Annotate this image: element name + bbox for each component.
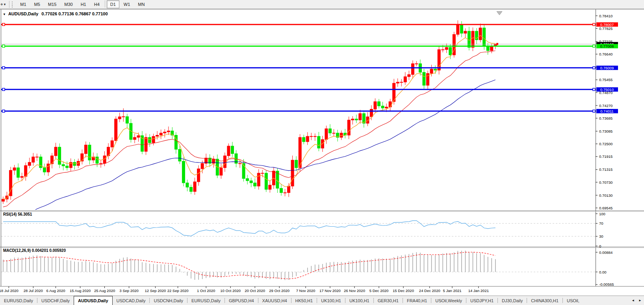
candle-body	[100, 163, 102, 164]
date-label: 5 Dec 2020	[369, 288, 389, 293]
tab-fra40-h1[interactable]: FRA40,H1	[403, 296, 431, 305]
candle-body	[404, 77, 406, 82]
candle-body	[381, 106, 384, 108]
tab-audusd-daily[interactable]: AUDUSD,Daily	[74, 296, 112, 305]
candle-body	[280, 188, 282, 192]
date-label: 15 Aug 2020	[70, 288, 91, 293]
candle-body	[269, 185, 271, 189]
candle-body	[310, 136, 313, 137]
candle-body	[389, 102, 392, 107]
candle-body	[449, 47, 452, 55]
chart-window-bg	[0, 9, 644, 296]
candle-body	[167, 131, 170, 132]
candle-body	[51, 156, 54, 164]
candle-body	[47, 164, 50, 172]
tab-hk50-h1[interactable]: HK50,H1	[291, 296, 317, 305]
hline-handle[interactable]	[2, 67, 5, 69]
candle-body	[160, 133, 162, 135]
price-tick-label: 0.75455	[599, 78, 612, 82]
candle-body	[223, 156, 226, 168]
candle-body	[254, 183, 256, 186]
hline-price-tag-text: 0.74011	[600, 109, 614, 113]
price-tick-label: 0.71315	[599, 167, 612, 172]
rsi-tick-label: 30	[599, 234, 603, 238]
hline-handle[interactable]	[2, 110, 5, 112]
trading-terminal-window: ⌖ ▾ M1M5M15M30H1H4D1W1MN 0.784100.778250…	[0, 0, 644, 305]
candle-body	[201, 163, 204, 169]
candle-body	[193, 182, 196, 192]
price-tick-label: 0.78410	[599, 14, 612, 18]
candle-body	[442, 50, 444, 50]
candle-body	[152, 136, 155, 143]
candle-body	[464, 31, 467, 33]
hline-handle[interactable]	[593, 67, 595, 69]
hline-handle[interactable]	[2, 45, 5, 47]
hline-handle[interactable]	[593, 88, 595, 91]
symbol-period-label: AUDUSD,Daily	[8, 11, 38, 16]
candle-body	[35, 157, 38, 157]
candle-body	[111, 140, 113, 147]
tab-usdcad-daily[interactable]: USDCAD,Daily	[113, 296, 150, 305]
candle-body	[54, 147, 57, 156]
tab-uk100-h1[interactable]: UK100,H1	[345, 296, 373, 305]
price-tick-label: 0.74270	[599, 104, 612, 108]
candle-body	[411, 64, 414, 75]
candle-body	[43, 168, 46, 172]
tab-scroll-right-icon[interactable]: ►	[638, 299, 642, 302]
candle-body	[385, 107, 388, 108]
tab-usoil-weekly[interactable]: USOil,Weekly	[431, 296, 466, 305]
candle-body	[88, 145, 91, 160]
candle-body	[468, 31, 470, 47]
tab-eurusd-daily[interactable]: EURUSD,Daily	[187, 296, 225, 305]
tab-ger30-h1[interactable]: GER30,H1	[374, 296, 403, 305]
candle-body	[434, 69, 437, 70]
candle-body	[62, 165, 65, 166]
tab-scroll-left-icon[interactable]: ◄	[631, 299, 635, 302]
hline-handle[interactable]	[593, 23, 595, 26]
candle-body	[288, 186, 290, 193]
tab-gbpusd-h4[interactable]: GBPUSD,H4	[225, 296, 258, 305]
date-label: 24 Dec 2020	[419, 288, 440, 293]
candle-body	[133, 137, 136, 140]
chart-title: ▼AUDUSD,Daily0.77026 0.77136 0.76867 0.7…	[3, 11, 108, 16]
candle-body	[156, 135, 159, 137]
price-tick-label: 0.73685	[599, 116, 612, 120]
candle-body	[303, 137, 305, 142]
candle-body	[220, 168, 223, 175]
candle-body	[457, 25, 459, 35]
candle-body	[479, 28, 482, 40]
tab-usdcnh-daily[interactable]: USDCNH,Daily	[150, 296, 187, 305]
candle-body	[182, 161, 185, 183]
candle-body	[490, 46, 493, 51]
tab-usoil-[interactable]: USOil,	[563, 296, 583, 305]
tab-eurusd-daily[interactable]: EURUSD,Daily	[0, 296, 37, 305]
chart-canvas: 0.784100.778250.772250.766400.760400.754…	[0, 0, 644, 296]
tab-uk100-h1[interactable]: UK100,H1	[317, 296, 345, 305]
price-tick-label: 0.70730	[599, 180, 612, 185]
tab-scroll-controls: ◄ ►	[629, 296, 644, 305]
hline-handle[interactable]	[593, 45, 595, 47]
date-label: 17 Nov 2020	[319, 288, 341, 293]
hline-handle[interactable]	[2, 23, 5, 26]
tab-dj30-daily[interactable]: DJ30,Daily	[498, 296, 527, 305]
tab-usdchf-daily[interactable]: USDCHF,Daily	[37, 296, 74, 305]
candle-body	[118, 117, 121, 119]
macd-tick-label: -0.00565	[599, 282, 614, 287]
hline-price-tag-text: 0.75010	[600, 87, 614, 92]
tab-xauusd-h4[interactable]: XAUUSD,H4	[258, 296, 291, 305]
candle-body	[58, 147, 61, 165]
candle-body	[355, 119, 358, 120]
candle-body	[28, 162, 31, 165]
rsi-indicator-label: RSI(14) 56.3051	[3, 212, 32, 216]
tab-usdjpy-h1[interactable]: USDJPY,H1	[466, 296, 497, 305]
candle-body	[423, 72, 425, 85]
candle-body	[178, 149, 181, 161]
date-label: 12 Sep 2020	[145, 288, 166, 293]
candle-body	[328, 129, 331, 133]
candle-body	[408, 74, 410, 77]
collapse-triangle-icon[interactable]: ▼	[3, 13, 6, 16]
hline-handle[interactable]	[2, 88, 5, 91]
hline-handle[interactable]	[593, 110, 595, 112]
tab-china300-h1[interactable]: CHINA300,H1	[527, 296, 562, 305]
ohlc-values: 0.77026 0.77136 0.76867 0.77100	[41, 11, 108, 16]
